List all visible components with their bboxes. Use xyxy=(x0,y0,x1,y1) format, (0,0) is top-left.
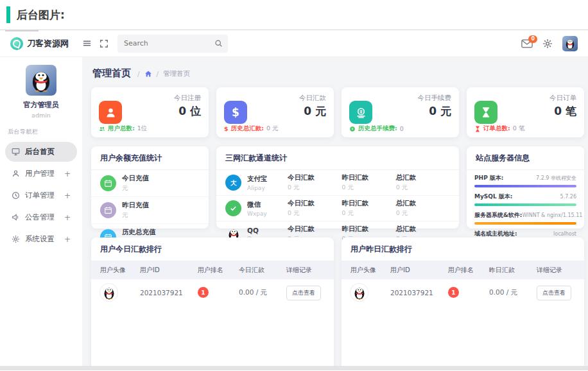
card-title: 用户余额充值统计 xyxy=(91,146,209,170)
breadcrumb-title: 管理首页 xyxy=(92,67,131,80)
gear-icon[interactable] xyxy=(542,39,553,49)
fullscreen-icon[interactable] xyxy=(99,39,108,48)
sidebar-item-users[interactable]: 用户管理 + xyxy=(5,164,77,184)
recharge-label: 今日充值 xyxy=(122,174,149,183)
hamburger-icon[interactable] xyxy=(82,39,92,48)
coin-icon xyxy=(349,126,356,132)
table-row: 2021037921 1 0.00 / 元 点击查看 xyxy=(342,279,584,306)
brand-logo-icon xyxy=(10,37,23,50)
expand-plus-icon: + xyxy=(64,191,71,200)
channel-col-value: 0 元 xyxy=(342,184,395,192)
user-avatar[interactable] xyxy=(562,36,578,51)
alipay-icon xyxy=(225,175,241,191)
sidebar-item-orders[interactable]: 订单管理 + xyxy=(5,186,77,205)
view-details-button[interactable]: 点击查看 xyxy=(286,286,321,300)
stat-footer: 用户总数: 1位 xyxy=(99,125,147,133)
channel-col-value: 0 元 xyxy=(396,184,450,192)
table-title: 用户今日汇款排行 xyxy=(91,237,334,261)
stat-footer: 历史总手续费: 0 xyxy=(349,125,404,133)
profile-avatar[interactable] xyxy=(26,65,56,96)
channel-col-label: 昨日汇款 xyxy=(342,173,395,182)
stat-title: 今日手续费 xyxy=(418,94,452,103)
server-value: WINNT & nginx/1.15.11 xyxy=(522,212,582,218)
channel-subname: Wxpay xyxy=(247,211,288,217)
card-title: 站点服务器信息 xyxy=(467,146,584,170)
channel-row-wechat: 微信 Wxpay 今日汇款0 元 昨日汇款0 元 总汇款0 元 xyxy=(216,196,459,221)
channel-col-label: 今日汇款 xyxy=(288,173,342,182)
breadcrumb-separator: / xyxy=(157,70,159,78)
channel-col-label: 昨日汇款 xyxy=(342,199,395,208)
sidebar-item-label: 系统设置 xyxy=(25,234,55,244)
profile-name: 官方管理员 xyxy=(0,100,82,110)
channel-subname: Alipay xyxy=(247,185,288,191)
stat-footer-label: 历史总汇款: xyxy=(231,125,264,133)
brand-logo[interactable]: 刀客资源网 xyxy=(0,37,82,50)
gear-icon xyxy=(12,235,20,243)
stat-card-remittance: 今日汇款 0 元 $ $ 历史总汇款: 0 元 xyxy=(216,87,334,137)
profile-username: admin xyxy=(0,112,82,119)
page-title: 后台图片: xyxy=(17,8,65,22)
search-box xyxy=(117,35,228,53)
stat-card-orders: 今日订单 0 笔 订单总数: 0 笔 xyxy=(467,87,584,137)
rank-tables-row: 用户今日汇款排行 用户头像 用户ID 用户排名 今日汇款 详细记录 202103… xyxy=(91,237,584,370)
channel-col-label: 今日汇款 xyxy=(288,199,342,208)
table-title: 用户昨日汇款排行 xyxy=(342,237,584,261)
channel-name: QQ xyxy=(247,227,288,234)
topbar-right: 0 xyxy=(521,36,588,51)
search-input[interactable] xyxy=(117,35,228,53)
server-label: MySQL 版本: xyxy=(474,193,512,201)
stat-footer-label: 历史总手续费: xyxy=(358,125,397,133)
stat-footer-value: 0 元 xyxy=(266,125,279,133)
server-label: PHP 版本: xyxy=(474,174,503,182)
hourglass-icon xyxy=(474,126,481,132)
col-header: 用户排名 xyxy=(448,266,489,275)
stat-title: 今日注册 xyxy=(174,94,201,103)
stat-footer-value: 0 xyxy=(400,125,404,132)
channel-stats-card: 三网汇款通道统计 支付宝 Alipay 今日汇款0 元 昨日汇款0 元 总汇款0… xyxy=(216,146,459,229)
stat-footer: 订单总数: 0 笔 xyxy=(474,125,524,133)
col-header: 用户头像 xyxy=(350,266,390,275)
main-content: 管理首页 / / 管理首页 今日注册 0 位 用户 xyxy=(82,57,588,370)
stat-card-registrations: 今日注册 0 位 用户总数: 1位 xyxy=(91,87,209,137)
sidebar-item-announcements[interactable]: 公告管理 + xyxy=(5,207,77,227)
mail-icon[interactable]: 0 xyxy=(521,39,533,48)
server-label: 服务器系统&软件: xyxy=(474,211,522,220)
mail-badge: 0 xyxy=(528,35,537,43)
sidebar-item-settings[interactable]: 系统设置 + xyxy=(5,229,77,249)
coin-icon xyxy=(349,101,372,124)
search-icon[interactable] xyxy=(214,39,223,47)
qq-avatar xyxy=(100,284,117,301)
stat-title: 今日汇款 xyxy=(299,94,326,103)
sidebar-item-dashboard[interactable]: 后台首页 xyxy=(5,142,77,162)
rank-badge: 1 xyxy=(448,287,459,298)
table-row: 2021037921 1 0.00 / 元 点击查看 xyxy=(91,279,334,306)
col-header: 用户排名 xyxy=(198,266,239,275)
user-icon xyxy=(12,169,20,178)
progress-bar xyxy=(474,203,576,206)
progress-bar xyxy=(474,222,576,225)
stat-footer: $ 历史总汇款: 0 元 xyxy=(224,125,279,133)
sidebar-item-label: 订单管理 xyxy=(25,191,55,200)
server-value: 5.7.26 xyxy=(560,194,576,200)
recharge-label: 昨日充值 xyxy=(122,201,149,210)
view-details-button[interactable]: 点击查看 xyxy=(537,286,571,300)
clock-icon xyxy=(12,191,20,200)
table-header-row: 用户头像 用户ID 用户排名 昨日汇款 详细记录 xyxy=(342,261,584,279)
channel-col-value: 0 元 xyxy=(396,209,450,218)
server-value: localhost xyxy=(553,231,576,237)
server-value: 7.2.9 非线程安全 xyxy=(536,175,576,182)
admin-screenshot: 刀客资源网 0 xyxy=(0,30,588,370)
title-accent-bar xyxy=(6,6,10,23)
col-header: 详细记录 xyxy=(537,266,575,275)
channel-row-alipay: 支付宝 Alipay 今日汇款0 元 昨日汇款0 元 总汇款0 元 xyxy=(216,170,459,196)
channel-col-label: 昨日汇款 xyxy=(342,225,395,234)
nav-section-label: 后台导航栏 xyxy=(0,119,82,140)
amount-value: 0.00 / 元 xyxy=(239,288,286,297)
megaphone-icon xyxy=(12,213,20,221)
stat-value: 0 元 xyxy=(429,104,451,119)
breadcrumb: 管理首页 / / 管理首页 xyxy=(91,62,584,87)
stat-title: 今日订单 xyxy=(549,94,576,103)
col-header: 昨日汇款 xyxy=(489,266,537,275)
wechat-icon xyxy=(225,200,241,216)
home-icon[interactable] xyxy=(144,70,152,78)
